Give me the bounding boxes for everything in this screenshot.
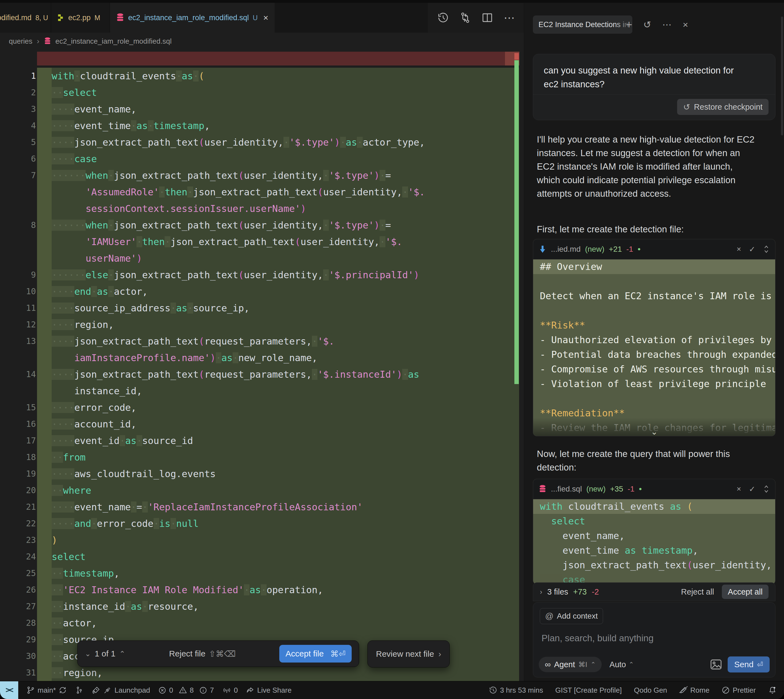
more-actions-icon[interactable]: ⋯: [504, 15, 514, 20]
gist-item[interactable]: GIST [Create Profile]: [555, 686, 622, 694]
code-line-text: select: [52, 548, 519, 565]
diff-added-gutter: [37, 118, 52, 134]
expand-card-icon[interactable]: [763, 245, 770, 253]
code-token: ·: [120, 435, 125, 446]
accept-card-icon[interactable]: ✓: [749, 485, 755, 494]
problems-item[interactable]: 0 8 7: [158, 686, 214, 694]
diff-card-header[interactable]: ...fied.sql (new) +35 -1 • × ✓: [533, 479, 775, 499]
add-context-button[interactable]: @ Add context: [540, 608, 603, 624]
code-token: operation,: [266, 584, 323, 595]
qodo-gen-item[interactable]: Qodo Gen: [634, 686, 667, 694]
code-token: then: [142, 236, 165, 247]
diff-card-line: - Compromise of AWS resources through mi…: [533, 362, 775, 376]
code-editor[interactable]: 1with·cloudtrail_events·as·(2··select3··…: [0, 50, 524, 681]
code-line-text: ····event_id·as·source_id: [52, 432, 519, 449]
code-token: ): [414, 269, 419, 280]
code-token: json_extract_path_text: [562, 560, 687, 570]
code-token: event_name,: [74, 104, 136, 115]
chat-close-icon[interactable]: ×: [683, 19, 688, 30]
notifications-item[interactable]: [768, 686, 777, 694]
review-next-file-button[interactable]: Review next file ›: [367, 640, 450, 668]
code-line: 18··from: [0, 449, 524, 465]
reject-all-button[interactable]: Reject all: [678, 587, 716, 596]
app-window: modified.md 8, U ec2.pp M ec2_instance_i…: [0, 0, 784, 699]
accept-file-button[interactable]: Accept file ⌘⏎: [279, 645, 352, 663]
line-number: [0, 383, 37, 399]
code-line-text: ····event_time·as·timestamp,: [52, 118, 519, 134]
diff-added-gutter: [37, 465, 52, 482]
chat-input[interactable]: [541, 633, 735, 649]
code-line: 25··timestamp,: [0, 565, 524, 581]
agent-mode-selector[interactable]: ∞ Agent ⌘I ⌃: [539, 657, 602, 672]
diff-card-header[interactable]: ...ied.md (new) +21 -1 • × ✓: [533, 239, 775, 259]
code-token: user_identity,: [244, 220, 323, 231]
code-token: ·: [136, 435, 142, 446]
code-token: ····: [52, 319, 74, 330]
breadcrumb-folder[interactable]: queries: [9, 37, 32, 46]
remote-indicator[interactable]: ><: [0, 681, 18, 699]
code-token: ······: [52, 170, 86, 181]
accept-card-icon[interactable]: ✓: [749, 245, 755, 254]
reject-card-icon[interactable]: ×: [737, 245, 741, 253]
code-token: ··: [52, 601, 63, 612]
code-token: actor,: [63, 618, 97, 629]
reject-card-icon[interactable]: ×: [737, 485, 741, 494]
timeline-history-icon[interactable]: [437, 12, 449, 23]
code-line: 13····json_extract_path_text(request_par…: [0, 333, 524, 350]
reject-file-button[interactable]: Reject file ⇧⌘⌫: [169, 649, 236, 659]
scm-graph-item[interactable]: [75, 686, 83, 694]
code-token: json_extract_path_text: [170, 236, 295, 247]
send-button[interactable]: Send ⏎: [728, 656, 770, 672]
expand-card-icon[interactable]: [763, 485, 770, 493]
time-tracker-item[interactable]: 3 hrs 53 mins: [489, 686, 543, 694]
code-token: ······: [52, 220, 86, 231]
code-line: 9······else·json_extract_path_text(user_…: [0, 267, 524, 283]
chat-composer[interactable]: @ Add context ∞ Agent ⌘I ⌃ Auto ⌃: [533, 602, 776, 677]
sync-icon[interactable]: [59, 686, 67, 694]
live-share-item[interactable]: Live Share: [246, 686, 291, 694]
attach-image-icon[interactable]: [710, 659, 722, 670]
chat-history-icon[interactable]: ↺: [643, 19, 652, 30]
diff-card-line: Detect when an EC2 instance's IAM role i…: [533, 289, 775, 303]
code-line-text: ····aws_cloudtrail_log.events: [52, 465, 519, 482]
code-token: [52, 187, 86, 197]
chat-scrollbar[interactable]: [781, 17, 783, 135]
next-change-icon[interactable]: ⌃: [119, 649, 126, 658]
prev-change-icon[interactable]: ⌄: [85, 649, 91, 658]
code-token: [540, 515, 551, 527]
chat-more-icon[interactable]: ⋯: [662, 19, 672, 30]
code-line: 7······when·json_extract_path_text(user_…: [0, 167, 524, 184]
code-token: json_extract_path_text: [114, 170, 238, 181]
close-icon[interactable]: ×: [263, 13, 268, 23]
prettier-item[interactable]: Prettier: [721, 686, 756, 694]
assistant-paragraph: I'll help you create a new high-value de…: [537, 133, 758, 200]
tab-sql-file[interactable]: ec2_instance_iam_role_modified.sql U ×: [110, 3, 275, 33]
branch-icon: [26, 686, 35, 694]
breadcrumb-file[interactable]: ec2_instance_iam_role_modified.sql: [56, 37, 172, 46]
tab-modified-md[interactable]: modified.md 8, U: [0, 3, 51, 33]
git-branch-item[interactable]: main*: [26, 686, 67, 694]
code-token: (: [238, 170, 244, 181]
accept-all-button[interactable]: Accept all: [722, 585, 769, 599]
chevron-expand-icon[interactable]: ›: [540, 588, 542, 596]
code-token: ·: [187, 303, 193, 313]
restore-checkpoint-button[interactable]: ↺ Restore checkpoint: [677, 99, 769, 115]
diff-file-status: (new): [586, 485, 605, 494]
rocket-icon: [92, 686, 101, 694]
launchpad-item[interactable]: Launchpad: [92, 686, 150, 694]
chevron-up-icon: ⌃: [629, 661, 634, 668]
diff-file-name: ...ied.md: [551, 245, 581, 253]
split-editor-icon[interactable]: [481, 12, 493, 23]
line-number: 19: [0, 465, 37, 482]
new-chat-icon[interactable]: +: [626, 18, 632, 31]
chat-session-tab[interactable]: EC2 Instance Detections in Pow: [533, 15, 632, 34]
compare-changes-icon[interactable]: [460, 12, 471, 23]
code-line: 23): [0, 532, 524, 548]
ports-item[interactable]: 0: [222, 686, 238, 694]
diff-added-gutter: [37, 283, 52, 300]
chevron-down-icon[interactable]: ⌄: [651, 428, 658, 436]
diff-card-content: with cloudtrail_events as ( select event…: [533, 499, 775, 584]
model-selector[interactable]: Auto ⌃: [609, 660, 634, 669]
tab-ec2-pp[interactable]: ec2.pp M: [51, 3, 110, 33]
rome-item[interactable]: Rome: [679, 686, 710, 694]
